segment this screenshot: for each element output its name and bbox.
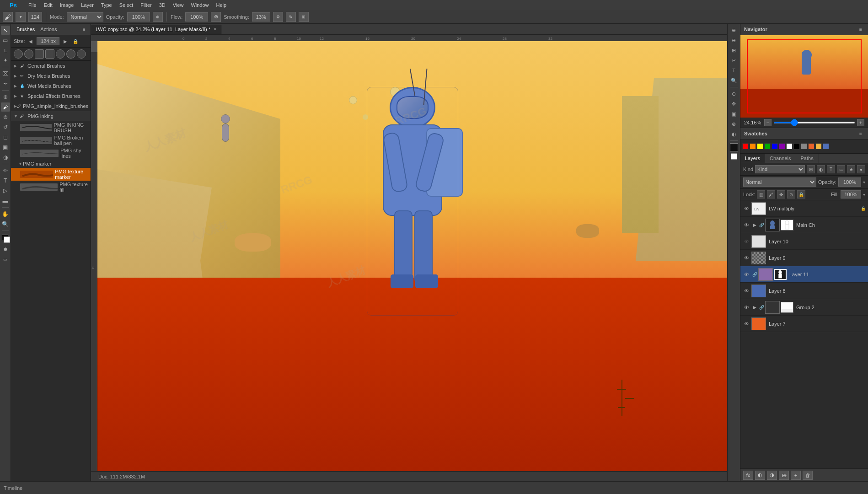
move-tool[interactable]: ↖	[1, 26, 10, 35]
layer-mask-btn[interactable]: ◐	[755, 471, 765, 480]
rt-tool-11[interactable]: ◐	[729, 129, 739, 139]
swatch-amber[interactable]	[815, 143, 822, 150]
layer-vis-11[interactable]: 👁	[742, 270, 750, 279]
rt-tool-8[interactable]: ✥	[729, 99, 739, 108]
brush-panel-menu-btn[interactable]: ≡	[80, 26, 88, 33]
swatches-menu-btn[interactable]: ≡	[857, 130, 864, 137]
menu-3d[interactable]: 3D	[155, 1, 169, 9]
layer-new-btn[interactable]: +	[791, 471, 801, 480]
layer-10[interactable]: 👁 Layer 10	[740, 233, 868, 250]
foreground-color[interactable]	[1, 234, 10, 243]
actions-tab[interactable]: Actions	[38, 26, 59, 33]
history-brush-tool[interactable]: ↺	[1, 123, 10, 132]
layer-main-ch[interactable]: 👁 ▶ 🔗	[740, 217, 868, 233]
filter-toggle[interactable]: ●	[857, 165, 865, 173]
zoom-slider[interactable]	[773, 122, 855, 124]
size-lock-btn[interactable]: 🔒	[71, 37, 80, 45]
swatch-green[interactable]	[764, 143, 771, 150]
rt-tool-7[interactable]: ⊙	[729, 89, 739, 98]
gradient-tool[interactable]: ▣	[1, 143, 10, 152]
menu-select[interactable]: Select	[116, 1, 137, 9]
size-increase-btn[interactable]: ▶	[61, 37, 70, 45]
layer-vis-10[interactable]: 👁	[742, 237, 750, 246]
menu-file[interactable]: File	[25, 1, 40, 9]
angle-btn[interactable]: ↻	[286, 12, 296, 22]
category-pmg-inking[interactable]: ▼ 🖋 PMG inking	[11, 111, 91, 121]
smoothing-input[interactable]	[252, 12, 270, 21]
category-dry[interactable]: ▶ ✏ Dry Media Brushes	[11, 71, 91, 81]
symmetry-btn[interactable]: ⊞	[299, 12, 309, 22]
lock-position-btn[interactable]: ✥	[777, 190, 785, 199]
filter-shape-icon[interactable]: ▭	[837, 165, 845, 173]
brush-tool-icon[interactable]: 🖌	[3, 12, 13, 22]
layer-vis-8[interactable]: 👁	[742, 287, 750, 295]
rt-tool-1[interactable]: ⊕	[729, 26, 739, 35]
quick-select-tool[interactable]: ✦	[1, 56, 10, 65]
preset-2[interactable]	[24, 49, 33, 59]
menu-help[interactable]: Help	[213, 1, 230, 9]
brush-texture-fill[interactable]: PMG texture fill	[11, 181, 91, 193]
lock-all-btn[interactable]: 🔒	[797, 190, 805, 199]
navigator-menu-btn[interactable]: ≡	[857, 26, 864, 33]
layer-8[interactable]: 👁 Layer 8	[740, 283, 868, 299]
preset-6[interactable]	[66, 49, 75, 59]
brush-size-btn[interactable]: 124	[28, 12, 42, 22]
layer-lw-multiply[interactable]: 👁 LW LW multiply 🔒	[740, 200, 868, 217]
rt-tool-5[interactable]: T	[729, 66, 739, 75]
brush-tool[interactable]: 🖌	[1, 102, 10, 112]
artwork-canvas[interactable]: 人人素材 RRCG 人人素材 RRCG 人人素材	[97, 41, 727, 471]
swatch-orange[interactable]	[750, 143, 756, 150]
eyedropper-tool[interactable]: ✒	[1, 79, 10, 88]
rt-bg-color[interactable]	[731, 153, 737, 160]
menu-view[interactable]: View	[169, 1, 188, 9]
hand-tool[interactable]: ✋	[1, 209, 10, 219]
smoothing-options-btn[interactable]: ⚙	[273, 12, 283, 22]
rt-fg-color[interactable]	[730, 143, 738, 151]
shape-tool[interactable]: ▬	[1, 196, 10, 205]
layers-mode-select[interactable]: Normal	[743, 177, 816, 187]
selection-tool[interactable]: ▭	[1, 36, 10, 45]
layer-7[interactable]: 👁 Layer 7	[740, 316, 868, 332]
text-tool[interactable]: T	[1, 176, 10, 185]
rt-tool-3[interactable]: ⊞	[729, 46, 739, 55]
spot-heal-tool[interactable]: ⊕	[1, 92, 10, 102]
pen-tool[interactable]: ✏	[1, 166, 10, 175]
size-input[interactable]	[37, 37, 59, 45]
swatch-yellow[interactable]	[757, 143, 763, 150]
layers-tab-channels[interactable]: Channels	[765, 154, 796, 163]
layer-group-btn[interactable]: 🗁	[779, 471, 789, 480]
filter-select[interactable]: Kind	[755, 165, 805, 173]
flow-input[interactable]	[185, 12, 208, 21]
clone-stamp-tool[interactable]: ⊚	[1, 113, 10, 122]
zoom-tool[interactable]: 🔍	[1, 220, 10, 229]
brush-texture-marker[interactable]: PMG texture marker	[11, 168, 91, 181]
layer-adj-btn[interactable]: ◑	[767, 471, 777, 480]
filter-adj-icon[interactable]: ◐	[817, 165, 825, 173]
layer-vis-group2[interactable]: 👁	[742, 303, 750, 311]
rt-tool-6[interactable]: 🔍	[729, 76, 739, 85]
menu-edit[interactable]: Edit	[40, 1, 56, 9]
layer-vis-lw[interactable]: 👁	[742, 204, 750, 213]
menu-image[interactable]: Image	[56, 1, 78, 9]
preset-7[interactable]	[77, 49, 86, 59]
brushes-tab[interactable]: Brushes	[14, 26, 38, 33]
filter-type-icon[interactable]: ⊞	[807, 165, 815, 173]
brush-inking-brush[interactable]: PMG INKING BRUSH	[11, 121, 91, 134]
swatch-gray[interactable]	[801, 143, 807, 150]
swatch-steel-blue[interactable]	[823, 143, 829, 150]
swatch-purple[interactable]	[779, 143, 785, 150]
crop-tool[interactable]: ⌧	[1, 69, 10, 78]
swatch-white[interactable]	[786, 143, 793, 150]
preset-1[interactable]	[14, 49, 23, 59]
lock-artboard-btn[interactable]: ⊙	[787, 190, 795, 199]
fill-input[interactable]	[841, 190, 861, 199]
layer-vis-7[interactable]: 👁	[742, 320, 750, 328]
navigator-preview[interactable]	[740, 35, 868, 118]
filter-text-icon[interactable]: T	[827, 165, 835, 173]
size-decrease-btn[interactable]: ◀	[27, 37, 35, 45]
quick-mask-btn[interactable]: ⬟	[1, 245, 10, 254]
zoom-in-btn[interactable]: +	[857, 119, 864, 126]
swatch-black[interactable]	[793, 143, 800, 150]
lasso-tool[interactable]: ʟ	[1, 46, 10, 55]
category-special[interactable]: ▶ ★ Special Effects Brushes	[11, 91, 91, 101]
